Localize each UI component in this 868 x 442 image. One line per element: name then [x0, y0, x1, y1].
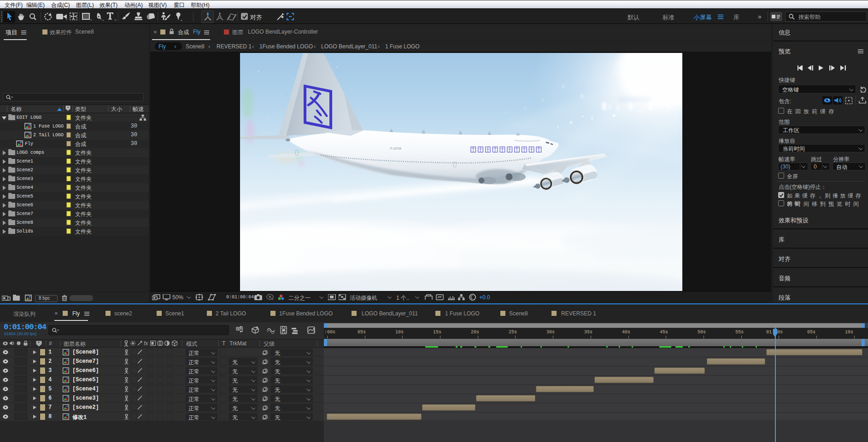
svg-text:F-GITA: F-GITA — [390, 146, 401, 151]
